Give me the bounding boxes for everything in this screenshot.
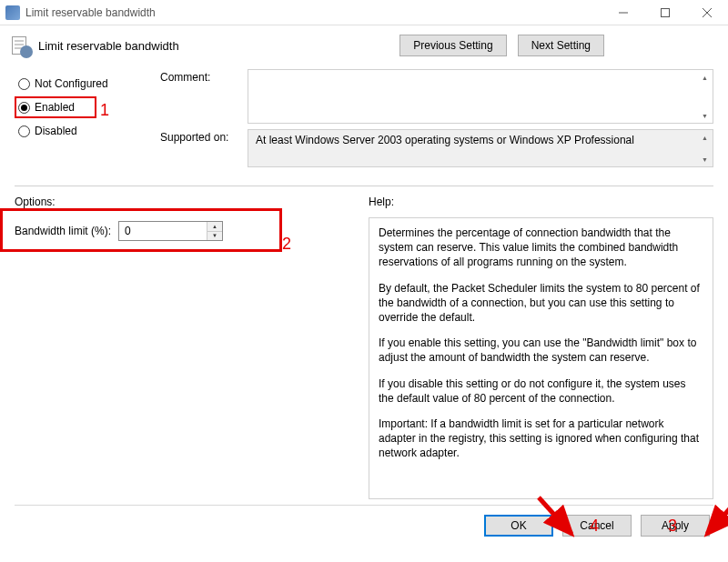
spinner-down-button[interactable]: ▼	[207, 231, 222, 240]
supported-label: Supported on:	[160, 129, 238, 167]
radio-label: Disabled	[35, 125, 77, 137]
minimize-button[interactable]	[602, 0, 644, 25]
header: Limit reservable bandwidth Previous Sett…	[0, 25, 728, 69]
apply-button[interactable]: Apply	[641, 515, 710, 537]
state-column: Not Configured Enabled Disabled	[15, 69, 160, 173]
policy-icon	[9, 35, 31, 56]
supported-text: At least Windows Server 2003 operating s…	[256, 134, 634, 146]
comment-input[interactable]: ▲ ▼	[248, 69, 713, 124]
scroll-up-icon[interactable]: ▲	[698, 71, 712, 84]
bandwidth-input[interactable]	[119, 222, 207, 240]
scroll-down-icon[interactable]: ▼	[698, 109, 712, 122]
scroll-down-icon[interactable]: ▼	[698, 153, 712, 166]
scroll-up-icon[interactable]: ▲	[698, 131, 712, 144]
next-setting-button[interactable]: Next Setting	[518, 35, 604, 56]
spinner-up-button[interactable]: ▲	[207, 222, 222, 231]
help-paragraph: Determines the percentage of connection …	[379, 226, 703, 270]
radio-not-configured[interactable]: Not Configured	[15, 73, 160, 95]
help-body: Determines the percentage of connection …	[369, 217, 713, 499]
supported-box: At least Windows Server 2003 operating s…	[248, 129, 713, 167]
configuration-area: Not Configured Enabled Disabled Comment:…	[0, 69, 728, 180]
close-button[interactable]	[686, 0, 728, 25]
window-title: Limit reservable bandwidth	[25, 6, 602, 19]
help-paragraph: If you enable this setting, you can use …	[379, 336, 703, 365]
bandwidth-spinner[interactable]: ▲ ▼	[118, 221, 223, 241]
help-header: Help:	[369, 194, 713, 217]
bandwidth-label: Bandwidth limit (%):	[15, 225, 111, 237]
help-pane: Help: Determines the percentage of conne…	[369, 194, 713, 499]
radio-enabled[interactable]: Enabled	[15, 96, 96, 118]
help-paragraph: By default, the Packet Scheduler limits …	[379, 281, 703, 326]
radio-icon	[18, 78, 30, 90]
titlebar: Limit reservable bandwidth	[0, 0, 728, 25]
radio-disabled[interactable]: Disabled	[15, 120, 160, 142]
footer: OK Cancel Apply	[0, 506, 728, 537]
ok-button[interactable]: OK	[484, 515, 553, 537]
previous-setting-button[interactable]: Previous Setting	[399, 35, 506, 56]
options-body: Bandwidth limit (%): ▲ ▼	[15, 217, 359, 499]
help-paragraph: If you disable this setting or do not co…	[379, 376, 703, 406]
lower-panes: Options: Bandwidth limit (%): ▲ ▼ Help: …	[0, 186, 728, 499]
radio-icon	[18, 102, 30, 114]
help-paragraph: Important: If a bandwidth limit is set f…	[379, 416, 703, 461]
cancel-button[interactable]: Cancel	[562, 515, 632, 537]
svg-rect-0	[662, 8, 670, 16]
app-icon	[5, 5, 20, 20]
page-title: Limit reservable bandwidth	[38, 39, 179, 53]
options-header: Options:	[15, 194, 359, 217]
maximize-button[interactable]	[644, 0, 686, 25]
radio-icon	[18, 125, 30, 137]
options-pane: Options: Bandwidth limit (%): ▲ ▼	[15, 194, 359, 499]
radio-label: Enabled	[35, 101, 75, 114]
radio-label: Not Configured	[35, 77, 108, 90]
comment-label: Comment:	[160, 69, 238, 124]
